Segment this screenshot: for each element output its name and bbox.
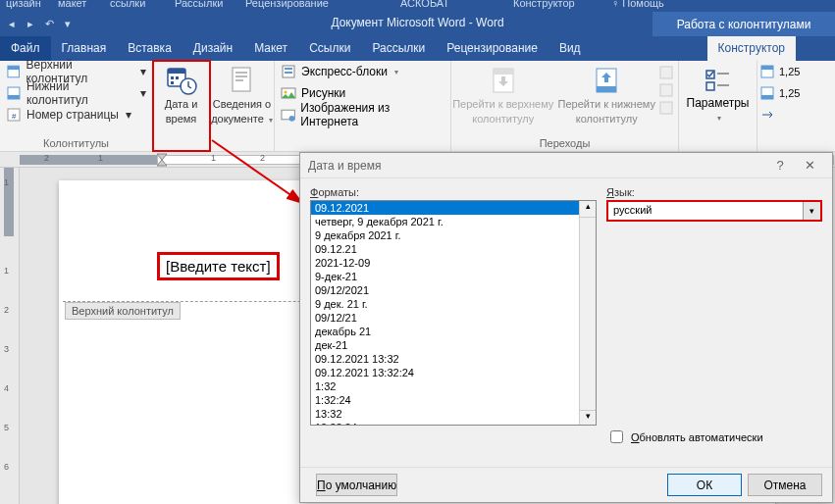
go-to-footer-label-2: колонтитулу — [576, 113, 638, 126]
format-item[interactable]: 09.12.21 — [311, 242, 596, 256]
page-number-label: Номер страницы — [26, 108, 119, 122]
tab-constructor[interactable]: Конструктор — [707, 36, 796, 61]
format-item[interactable]: четверг, 9 декабря 2021 г. — [311, 215, 596, 228]
ribbon: Верхний колонтитул▾ Нижний колонтитул▾ #… — [0, 61, 835, 152]
formats-listbox[interactable]: 09.12.2021четверг, 9 декабря 2021 г.9 де… — [310, 200, 597, 426]
auto-update-checkbox[interactable]: Обновлять автоматически — [606, 428, 763, 446]
format-item[interactable]: 9-дек-21 — [311, 270, 596, 283]
chevron-down-icon: ▾ — [140, 86, 146, 100]
scroll-down-icon[interactable]: ▾ — [580, 410, 596, 426]
window-fragment-row: цизайн макет ссылки Рассылки Рецензирова… — [0, 0, 835, 12]
svg-rect-10 — [171, 81, 174, 84]
format-item[interactable]: декабрь 21 — [311, 325, 596, 338]
footer-position-value[interactable]: 1,25 — [779, 87, 800, 99]
dialog-title-bar[interactable]: Дата и время ? ✕ — [300, 153, 832, 178]
svg-rect-29 — [660, 102, 672, 114]
chevron-down-icon: ▾ — [140, 65, 146, 78]
language-combobox[interactable]: русский ▾ — [606, 200, 822, 222]
date-time-label-2: время — [166, 113, 197, 126]
header-icon — [6, 64, 21, 79]
frag: ссылки — [110, 0, 145, 9]
svg-rect-24 — [494, 69, 513, 75]
format-item[interactable]: 2021-12-09 — [311, 256, 596, 270]
frag: АСКОБАТ — [400, 0, 449, 9]
tab-layout[interactable]: Макет — [243, 36, 298, 61]
nav-link-icon — [658, 100, 674, 116]
cancel-button[interactable]: Отмена — [748, 474, 822, 496]
chevron-down-icon: ▾ — [717, 114, 721, 123]
contextual-tab-group: Работа с колонтитулами — [652, 12, 835, 36]
page-number-icon: # — [6, 107, 22, 123]
online-pictures-icon — [281, 107, 295, 123]
scroll-up-icon[interactable]: ▴ — [580, 201, 596, 218]
document-info-label-1: Сведения о — [213, 98, 271, 111]
tab-view[interactable]: Вид — [548, 36, 592, 61]
listbox-scrollbar[interactable]: ▴ ▾ — [579, 201, 596, 426]
format-item[interactable]: 09/12/21 — [311, 311, 596, 325]
svg-marker-39 — [157, 160, 167, 166]
tab-review[interactable]: Рецензирование — [436, 36, 548, 61]
format-item[interactable]: 09/12/2021 — [311, 283, 596, 297]
go-to-header-label-2: колонтитулу — [472, 113, 534, 126]
go-to-footer-label-1: Перейти к нижнему — [558, 98, 655, 111]
quick-parts-dropdown[interactable]: Экспресс-блоки▾ — [275, 61, 450, 82]
ok-button[interactable]: ОК — [667, 474, 742, 496]
svg-rect-26 — [597, 86, 616, 92]
go-to-header-label-1: Перейти к верхнему — [452, 98, 553, 111]
document-info-icon — [227, 65, 258, 96]
format-item[interactable]: 09.12.2021 13:32 — [311, 352, 596, 366]
language-label: Язык: — [606, 186, 822, 198]
frag: Рассылки — [175, 0, 223, 9]
format-item[interactable]: 9 декабря 2021 г. — [311, 228, 596, 242]
header-tab-label: Верхний колонтитул — [65, 302, 181, 320]
svg-rect-17 — [285, 68, 292, 70]
nav-next-icon — [658, 82, 674, 98]
format-item[interactable]: дек-21 — [311, 338, 596, 352]
online-pictures-button[interactable]: Изображения из Интернета — [275, 104, 450, 126]
auto-update-check-input[interactable] — [610, 430, 623, 443]
chevron-down-icon: ▾ — [126, 108, 131, 122]
format-item[interactable]: 09.12.2021 — [311, 201, 596, 215]
dialog-help-button[interactable]: ? — [765, 158, 795, 173]
tab-references[interactable]: Ссылки — [298, 36, 361, 61]
footer-dropdown[interactable]: Нижний колонтитул▾ — [0, 82, 152, 104]
tab-mailings[interactable]: Рассылки — [361, 36, 436, 61]
go-to-header-icon — [488, 65, 519, 96]
content-control-placeholder[interactable]: [Введите текст] — [157, 252, 280, 280]
set-default-button[interactable]: По умолчанию — [316, 474, 397, 496]
title-bar: ◂ ▸ ↶ ▾ Документ Microsoft Word - Word Р… — [0, 12, 835, 36]
quick-parts-label: Экспресс-блоки — [301, 65, 388, 78]
svg-rect-1 — [8, 66, 20, 70]
group-label-navigation: Переходы — [451, 137, 678, 149]
svg-rect-28 — [660, 84, 672, 96]
format-item[interactable]: 13:32:24 — [311, 421, 596, 426]
parameters-button[interactable]: Параметры ▾ — [679, 61, 757, 151]
nav-prev-icon — [658, 65, 674, 80]
date-time-button[interactable]: Дата и время — [153, 61, 210, 151]
page-number-dropdown[interactable]: # Номер страницы▾ — [0, 104, 152, 126]
svg-rect-18 — [285, 72, 292, 74]
svg-rect-31 — [706, 82, 714, 90]
group-headers-footers: Верхний колонтитул▾ Нижний колонтитул▾ #… — [0, 61, 153, 151]
svg-rect-8 — [171, 76, 174, 79]
svg-rect-13 — [235, 72, 247, 74]
format-item[interactable]: 9 дек. 21 г. — [311, 297, 596, 311]
group-label-headers: Колонтитулы — [0, 137, 152, 149]
format-item[interactable]: 13:32 — [311, 407, 596, 421]
tab-design[interactable]: Дизайн — [183, 36, 243, 61]
frag: макет — [58, 0, 86, 9]
vertical-ruler[interactable]: 1 1 2 3 4 5 6 — [0, 168, 20, 504]
go-to-footer-button[interactable]: Перейти к нижнему колонтитулу — [555, 61, 659, 126]
svg-point-22 — [289, 116, 295, 122]
date-time-label-1: Дата и — [165, 98, 198, 111]
format-item[interactable]: 1:32:24 — [311, 393, 596, 407]
format-item[interactable]: 09.12.2021 13:32:24 — [311, 366, 596, 379]
footer-icon — [6, 85, 22, 101]
chevron-down-icon[interactable]: ▾ — [803, 202, 820, 220]
format-item[interactable]: 1:32 — [311, 379, 596, 393]
dialog-close-button[interactable]: ✕ — [795, 158, 824, 173]
pictures-label: Рисунки — [301, 86, 345, 100]
header-position-value[interactable]: 1,25 — [779, 66, 800, 77]
dialog-body: Форматы: 09.12.2021четверг, 9 декабря 20… — [300, 178, 832, 467]
document-info-button[interactable]: Сведения о документе ▾ — [210, 61, 275, 151]
